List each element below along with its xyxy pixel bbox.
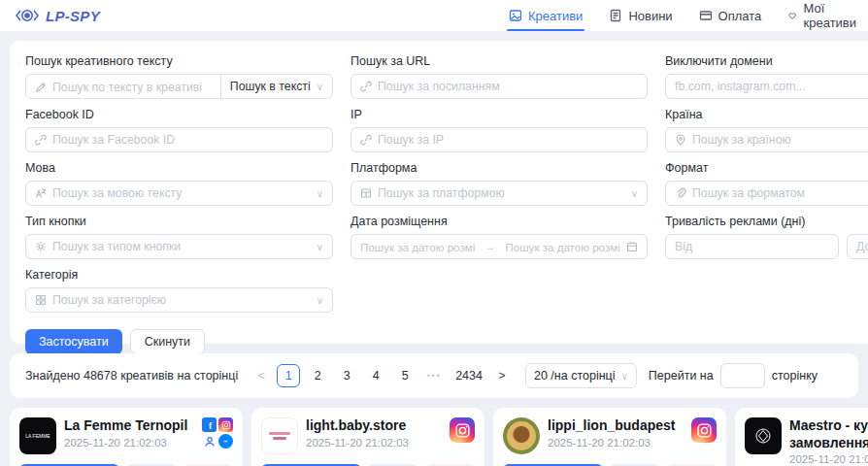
category-grid-icon	[35, 294, 47, 306]
card-date: 2025-11-20 21:02:03	[306, 437, 444, 449]
reset-button[interactable]: Скинути	[130, 329, 205, 354]
filter-label: Тип кнопки	[25, 215, 333, 228]
date-to-placeholder: Пошук за датою розміщення	[506, 241, 621, 253]
nav-label: Оплата	[718, 9, 762, 23]
brand-avatar: LA FEMME	[19, 417, 56, 454]
goto-page-input[interactable]	[720, 363, 765, 388]
pagination-page-2[interactable]: 2	[306, 364, 329, 387]
pagination-next-button[interactable]: >	[492, 369, 512, 383]
pagination-page-3[interactable]: 3	[335, 364, 358, 387]
nav-label: Новини	[628, 9, 672, 23]
filter-button-type: Тип кнопки ∨	[25, 215, 333, 259]
app-logo[interactable]: LP-SPY	[14, 8, 100, 24]
per-page-select[interactable]: 20 /на сторінці ∨	[525, 363, 637, 388]
pagination-page-1[interactable]: 1	[277, 364, 300, 387]
filter-creative-text: Пошук креативного тексту Пошук в тексті …	[25, 54, 333, 99]
creative-card[interactable]: Maestro - кухні, меблі на замовлення в У…	[735, 408, 868, 466]
brand-logo-icon	[753, 426, 773, 446]
format-select[interactable]	[692, 186, 868, 200]
duration-from-input[interactable]	[675, 240, 829, 253]
text-search-mode-value: Пошук в тексті	[230, 80, 311, 93]
filter-label: Формат	[665, 161, 868, 175]
language-select[interactable]	[52, 186, 311, 200]
link-icon	[35, 134, 47, 146]
creative-card[interactable]: light.baby.store 2025-11-20 21:02:03 3 d…	[251, 408, 484, 466]
top-header: LP-SPY Креативи Новини Оплата Мої креати…	[0, 0, 868, 31]
grid-table-icon	[360, 187, 372, 199]
per-page-value: 20 /на сторінці	[534, 369, 616, 383]
pagination-last-page[interactable]: 2434	[451, 364, 486, 387]
filter-url: Пошук за URL	[351, 54, 648, 99]
pagination-ellipsis[interactable]: •••	[422, 371, 446, 381]
url-input[interactable]	[378, 80, 638, 93]
platform-select[interactable]	[378, 186, 625, 200]
filter-ip: IP	[351, 108, 648, 152]
goto-prefix-text: Перейти на	[649, 369, 714, 383]
filter-exclude-domains: Виключити домени	[665, 54, 868, 99]
nav-label: Креативи	[528, 9, 583, 23]
creative-card[interactable]: LA FEMME La Femme Ternopil 2025-11-20 21…	[10, 408, 243, 466]
filter-category: Категорія ∨	[25, 268, 333, 313]
brand-avatar	[261, 417, 298, 454]
ip-input[interactable]	[378, 133, 638, 147]
creative-text-input[interactable]	[52, 81, 212, 94]
pen-icon	[35, 82, 47, 93]
chevron-down-icon: ∨	[317, 242, 323, 252]
filter-label: Дата розміщення	[351, 215, 648, 228]
goto-page: Перейти на сторінку	[649, 363, 818, 388]
card-title: light.baby.store	[306, 417, 444, 435]
pagination-prev-button[interactable]: <	[251, 369, 271, 383]
button-type-select[interactable]	[52, 240, 311, 253]
text-search-mode-select[interactable]: Пошук в тексті ∨	[220, 75, 332, 98]
location-pin-icon	[675, 134, 686, 146]
facebook-id-input[interactable]	[52, 133, 323, 147]
avatar-text: LA FEMME	[25, 433, 50, 440]
arrow-right-icon: →	[482, 241, 500, 252]
creative-card[interactable]: lippi_lion_budapest 2025-11-20 21:02:03 …	[493, 408, 726, 466]
chevron-down-icon: ∨	[317, 82, 323, 92]
nav-tab-creatives[interactable]: Креативи	[509, 0, 583, 31]
chevron-down-icon: ∨	[317, 295, 323, 306]
duration-to-input[interactable]	[856, 240, 868, 253]
instagram-icon	[450, 417, 475, 443]
apply-button[interactable]: Застосувати	[25, 329, 122, 354]
filter-platform: Платформа ∨	[351, 161, 648, 206]
paperclip-icon	[675, 187, 686, 199]
filter-duration: Тривалість реклами (дні)	[665, 215, 868, 259]
filter-facebook-id: Facebook ID	[25, 108, 333, 152]
gear-icon	[35, 241, 47, 252]
pagination-page-5[interactable]: 5	[393, 364, 417, 387]
category-select[interactable]	[52, 293, 311, 307]
nav-tab-payment[interactable]: Оплата	[699, 0, 762, 31]
nav-tab-news[interactable]: Новини	[609, 0, 672, 31]
card-title: Maestro - кухні, меблі на замовлення в У…	[789, 417, 868, 451]
filter-label: IP	[351, 108, 648, 121]
goto-suffix-text: сторінку	[772, 369, 818, 383]
country-input[interactable]	[692, 133, 868, 147]
pagination-page-4[interactable]: 4	[364, 364, 387, 387]
svg-text:f: f	[208, 421, 212, 430]
filters-panel: Пошук креативного тексту Пошук в тексті …	[10, 41, 868, 344]
messenger-icon	[218, 434, 233, 449]
calendar-icon	[626, 241, 638, 252]
image-icon	[509, 9, 522, 22]
nav-label: Мої креативи	[804, 1, 860, 30]
exclude-domains-input[interactable]	[675, 80, 868, 93]
filter-label: Тривалість реклами (дні)	[665, 215, 868, 228]
nav-tab-my-creatives[interactable]: Мої креативи	[787, 0, 859, 31]
results-count-text: Знайдено 48678 креативів на сторінці	[25, 369, 238, 383]
filter-language: Мова ∨	[25, 161, 333, 206]
link-icon	[360, 81, 372, 92]
facebook-icon: f	[202, 417, 217, 432]
date-from-placeholder: Пошук за датою розміщення	[360, 241, 476, 253]
logo-text: LP-SPY	[46, 8, 100, 24]
card-title: La Femme Ternopil	[64, 417, 196, 435]
date-range-picker[interactable]: Пошук за датою розміщення → Пошук за дат…	[351, 234, 648, 259]
translate-icon	[35, 187, 47, 199]
eye-logo-icon	[14, 8, 41, 23]
results-bar: Знайдено 48678 креативів на сторінці < 1…	[10, 353, 858, 398]
card-date: 2025-11-20 21:02:03	[789, 453, 868, 465]
card-date: 2025-11-20 21:02:03	[548, 437, 685, 449]
filter-label: Платформа	[351, 161, 648, 175]
filter-country: Країна	[665, 108, 868, 152]
